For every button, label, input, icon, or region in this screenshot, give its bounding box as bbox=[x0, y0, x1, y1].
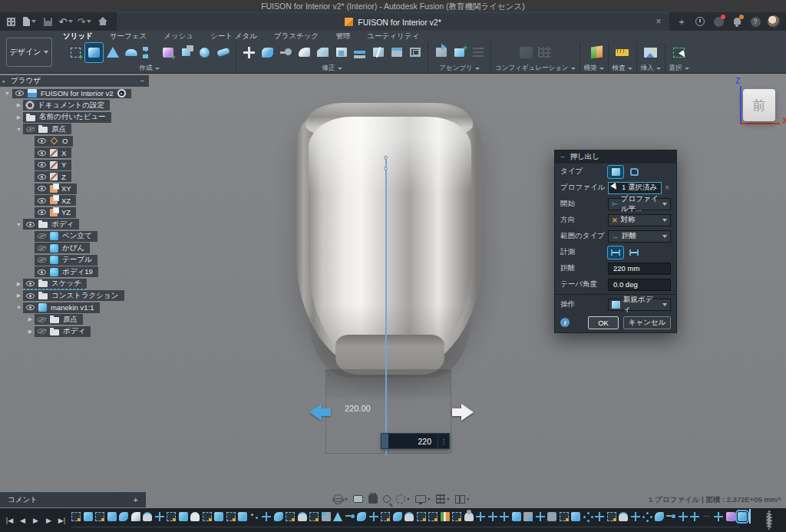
timeline-move[interactable] bbox=[595, 512, 604, 521]
taper-input[interactable]: 0.0 deg bbox=[608, 279, 671, 291]
create-mesh-button[interactable] bbox=[159, 43, 177, 62]
app-launcher-icon[interactable] bbox=[3, 15, 18, 28]
tree-item-YZ[interactable]: YZ bbox=[35, 207, 76, 218]
combine-button[interactable] bbox=[259, 43, 276, 62]
extrude-button[interactable] bbox=[85, 43, 103, 62]
shell-button[interactable] bbox=[332, 43, 350, 62]
tree-item-スケッチ[interactable]: スケッチ bbox=[23, 279, 87, 289]
timeline-extrude[interactable] bbox=[214, 512, 223, 521]
timeline-offset[interactable] bbox=[666, 512, 675, 521]
timeline-combine[interactable] bbox=[119, 512, 128, 521]
fillet-button[interactable] bbox=[296, 43, 313, 62]
tree-item-Z[interactable]: Z bbox=[35, 171, 71, 182]
tree-item-ドキュメントの設定[interactable]: ドキュメントの設定 bbox=[23, 100, 110, 111]
view-cube[interactable]: 前 Z X bbox=[728, 78, 784, 135]
account-avatar[interactable] bbox=[766, 15, 781, 28]
primitive-sphere-button[interactable] bbox=[196, 43, 213, 62]
timeline-fillet[interactable] bbox=[131, 512, 140, 521]
timeline-appearance[interactable] bbox=[441, 512, 450, 521]
direction-dropdown[interactable]: ✕ 対称 bbox=[608, 214, 671, 226]
ribbon-group-label[interactable]: 作成 bbox=[140, 64, 160, 73]
measure-button[interactable] bbox=[613, 43, 631, 62]
ribbon-group-label[interactable]: 検査 bbox=[613, 64, 632, 73]
timeline-move[interactable] bbox=[631, 512, 640, 521]
ok-button[interactable]: OK bbox=[588, 316, 619, 329]
tree-item-ボディ19[interactable]: ボディ19 bbox=[35, 266, 98, 277]
go-to-end-button[interactable]: ▶| bbox=[57, 515, 67, 525]
distance-input[interactable]: 220 mm bbox=[608, 263, 671, 275]
pan-button[interactable] bbox=[368, 494, 378, 504]
add-comment-icon[interactable]: + bbox=[134, 495, 138, 504]
ribbon-tab-ソリッド[interactable]: ソリッド bbox=[63, 31, 93, 41]
profile-select-button[interactable]: 1 選択済み bbox=[608, 182, 662, 194]
timeline-loft[interactable] bbox=[333, 512, 342, 521]
tree-expand-arrow[interactable]: ▶ bbox=[15, 102, 23, 108]
tab-close-icon[interactable]: × bbox=[652, 16, 665, 28]
help-icon[interactable]: ? bbox=[748, 15, 763, 28]
hierarchy-button[interactable] bbox=[469, 43, 487, 62]
timeline-form[interactable] bbox=[405, 512, 414, 521]
offset-face-button[interactable] bbox=[351, 43, 368, 62]
step-back-button[interactable]: ◀ bbox=[18, 515, 28, 525]
timeline-extrude[interactable] bbox=[84, 512, 93, 521]
dimension-input-grip[interactable] bbox=[381, 434, 388, 448]
timeline-sketch[interactable] bbox=[203, 512, 212, 521]
timeline-sketch[interactable] bbox=[226, 512, 236, 521]
timeline-form[interactable] bbox=[619, 512, 628, 521]
split-body-button[interactable] bbox=[369, 43, 387, 62]
viewports-button[interactable] bbox=[455, 495, 470, 504]
job-status-icon[interactable] bbox=[692, 15, 708, 28]
ribbon-group-label[interactable]: 構築 bbox=[584, 64, 604, 73]
go-to-start-button[interactable]: |◀ bbox=[5, 515, 15, 525]
ribbon-group-label[interactable]: コンフィギュレーション bbox=[495, 64, 576, 73]
tree-expand-arrow[interactable]: ▼ bbox=[3, 91, 12, 96]
comment-panel[interactable]: コメント + bbox=[0, 492, 146, 507]
timeline-sketch[interactable] bbox=[286, 512, 295, 521]
timeline-sculpt[interactable] bbox=[464, 512, 474, 521]
primitive-box-button[interactable] bbox=[177, 43, 195, 62]
new-tab-icon[interactable] bbox=[674, 15, 689, 28]
timeline-combine[interactable] bbox=[274, 512, 283, 521]
visibility-icon[interactable] bbox=[26, 281, 35, 286]
insert-image-button[interactable] bbox=[642, 43, 659, 62]
sync-status-icon[interactable] bbox=[711, 15, 726, 28]
visibility-icon[interactable] bbox=[38, 174, 46, 180]
timeline-sketch[interactable] bbox=[71, 512, 81, 521]
visibility-icon[interactable] bbox=[38, 138, 46, 144]
operation-dropdown[interactable]: 新規ボディ bbox=[608, 299, 671, 311]
cancel-button[interactable]: キャンセル bbox=[623, 316, 671, 329]
visibility-icon[interactable] bbox=[15, 91, 24, 96]
sweep-button[interactable] bbox=[122, 43, 140, 62]
ribbon-tab-メッシュ[interactable]: メッシュ bbox=[163, 31, 193, 41]
ribbon-group-label[interactable]: 挿入 bbox=[641, 64, 661, 73]
viewport-canvas[interactable]: ◂ ブラウザ − ▼FUISON for Interior v2▶ドキュメントの… bbox=[0, 74, 786, 508]
tree-expand-arrow[interactable]: ▼ bbox=[15, 305, 23, 310]
dimension-input-value[interactable]: 220 bbox=[388, 434, 438, 448]
visibility-icon[interactable] bbox=[38, 150, 46, 156]
replace-face-button[interactable] bbox=[388, 43, 405, 62]
step-forward-button[interactable]: ▶ bbox=[44, 515, 54, 525]
dialog-collapse-icon[interactable]: − bbox=[560, 153, 565, 161]
timeline-move[interactable] bbox=[476, 512, 485, 521]
timeline-extrude[interactable] bbox=[179, 512, 188, 521]
visibility-icon[interactable] bbox=[38, 198, 46, 203]
info-icon[interactable]: i bbox=[560, 318, 570, 327]
construction-plane-button[interactable] bbox=[585, 43, 603, 62]
file-menu-icon[interactable] bbox=[21, 15, 37, 28]
tree-item-XZ[interactable]: XZ bbox=[35, 195, 76, 206]
timeline-move[interactable] bbox=[369, 512, 378, 521]
visibility-icon[interactable] bbox=[26, 222, 35, 227]
visibility-off-icon[interactable] bbox=[26, 127, 35, 132]
timeline-extrude[interactable] bbox=[571, 512, 580, 521]
tree-item-コンストラクション[interactable]: コンストラクション bbox=[23, 290, 124, 301]
pattern-button[interactable] bbox=[406, 43, 424, 62]
tree-item-ボディ[interactable]: ボディ bbox=[23, 219, 79, 230]
dimension-input[interactable]: 220 ⋮ bbox=[381, 433, 450, 449]
loft-rails-button[interactable] bbox=[140, 43, 158, 62]
ribbon-tab-ユーティリティ[interactable]: ユーティリティ bbox=[367, 31, 419, 41]
tree-item-ボディ[interactable]: ボディ bbox=[35, 326, 91, 337]
timeline-sketch[interactable] bbox=[309, 512, 319, 521]
timeline-extrude[interactable] bbox=[512, 512, 521, 521]
notifications-icon[interactable] bbox=[729, 15, 745, 28]
ribbon-group-label[interactable]: 選択 bbox=[669, 64, 689, 73]
